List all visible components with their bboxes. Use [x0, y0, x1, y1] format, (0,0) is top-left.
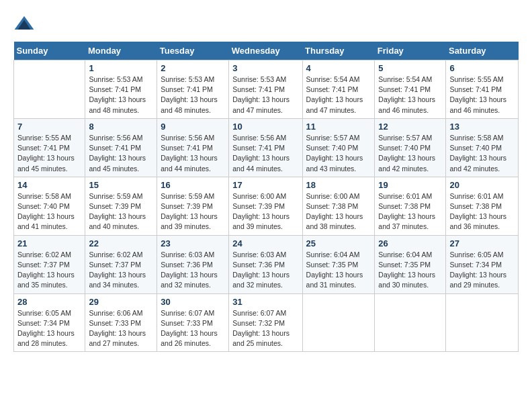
day-info: Sunrise: 5:55 AM Sunset: 7:41 PM Dayligh…	[449, 75, 515, 116]
week-row-3: 14Sunrise: 5:58 AM Sunset: 7:40 PM Dayli…	[14, 177, 519, 235]
day-info: Sunrise: 6:00 AM Sunset: 7:38 PM Dayligh…	[306, 191, 371, 232]
logo	[13, 13, 38, 35]
page-header	[13, 13, 519, 35]
day-number: 25	[306, 238, 371, 248]
week-row-4: 21Sunrise: 6:02 AM Sunset: 7:37 PM Dayli…	[14, 235, 519, 293]
calendar-cell: 24Sunrise: 6:03 AM Sunset: 7:36 PM Dayli…	[229, 235, 302, 293]
day-info: Sunrise: 5:57 AM Sunset: 7:40 PM Dayligh…	[378, 133, 442, 174]
calendar-body: 1Sunrise: 5:53 AM Sunset: 7:41 PM Daylig…	[14, 60, 519, 352]
calendar-cell: 26Sunrise: 6:04 AM Sunset: 7:35 PM Dayli…	[375, 235, 446, 293]
calendar-cell: 19Sunrise: 6:01 AM Sunset: 7:38 PM Dayli…	[375, 177, 446, 235]
day-info: Sunrise: 5:58 AM Sunset: 7:40 PM Dayligh…	[17, 191, 81, 232]
day-info: Sunrise: 6:06 AM Sunset: 7:33 PM Dayligh…	[89, 308, 153, 349]
calendar-cell: 29Sunrise: 6:06 AM Sunset: 7:33 PM Dayli…	[85, 293, 157, 352]
calendar-cell	[446, 293, 519, 352]
calendar-cell: 13Sunrise: 5:58 AM Sunset: 7:40 PM Dayli…	[446, 118, 519, 177]
week-row-1: 1Sunrise: 5:53 AM Sunset: 7:41 PM Daylig…	[14, 60, 519, 119]
day-number: 9	[161, 122, 225, 132]
calendar-cell: 20Sunrise: 6:01 AM Sunset: 7:38 PM Dayli…	[446, 177, 519, 235]
calendar-cell: 10Sunrise: 5:56 AM Sunset: 7:41 PM Dayli…	[229, 118, 302, 177]
calendar-cell: 28Sunrise: 6:05 AM Sunset: 7:34 PM Dayli…	[14, 293, 85, 352]
day-info: Sunrise: 5:54 AM Sunset: 7:41 PM Dayligh…	[306, 75, 371, 116]
calendar-cell	[302, 293, 375, 352]
day-number: 4	[306, 63, 371, 73]
calendar-cell: 17Sunrise: 6:00 AM Sunset: 7:39 PM Dayli…	[229, 177, 302, 235]
day-info: Sunrise: 6:04 AM Sunset: 7:35 PM Dayligh…	[378, 250, 442, 291]
calendar-cell: 9Sunrise: 5:56 AM Sunset: 7:41 PM Daylig…	[157, 118, 229, 177]
day-number: 20	[449, 180, 515, 190]
day-info: Sunrise: 6:07 AM Sunset: 7:32 PM Dayligh…	[232, 308, 298, 349]
day-number: 16	[161, 180, 225, 190]
day-number: 10	[232, 122, 298, 132]
calendar-cell: 21Sunrise: 6:02 AM Sunset: 7:37 PM Dayli…	[14, 235, 85, 293]
column-header-saturday: Saturday	[446, 42, 519, 60]
day-number: 13	[449, 122, 515, 132]
calendar-cell: 8Sunrise: 5:56 AM Sunset: 7:41 PM Daylig…	[85, 118, 157, 177]
calendar-cell: 11Sunrise: 5:57 AM Sunset: 7:40 PM Dayli…	[302, 118, 375, 177]
calendar-cell: 14Sunrise: 5:58 AM Sunset: 7:40 PM Dayli…	[14, 177, 85, 235]
week-row-2: 7Sunrise: 5:55 AM Sunset: 7:41 PM Daylig…	[14, 118, 519, 177]
calendar-cell: 15Sunrise: 5:59 AM Sunset: 7:39 PM Dayli…	[85, 177, 157, 235]
calendar-cell: 2Sunrise: 5:53 AM Sunset: 7:41 PM Daylig…	[157, 60, 229, 119]
day-info: Sunrise: 6:01 AM Sunset: 7:38 PM Dayligh…	[449, 191, 515, 232]
calendar-cell: 18Sunrise: 6:00 AM Sunset: 7:38 PM Dayli…	[302, 177, 375, 235]
header-row: SundayMondayTuesdayWednesdayThursdayFrid…	[14, 42, 519, 60]
day-info: Sunrise: 5:57 AM Sunset: 7:40 PM Dayligh…	[306, 133, 371, 174]
day-number: 22	[89, 238, 153, 248]
day-info: Sunrise: 5:54 AM Sunset: 7:41 PM Dayligh…	[378, 75, 442, 116]
column-header-tuesday: Tuesday	[157, 42, 229, 60]
column-header-wednesday: Wednesday	[229, 42, 302, 60]
day-number: 27	[449, 238, 515, 248]
calendar-cell: 3Sunrise: 5:53 AM Sunset: 7:41 PM Daylig…	[229, 60, 302, 119]
day-number: 28	[17, 297, 81, 307]
day-info: Sunrise: 6:03 AM Sunset: 7:36 PM Dayligh…	[232, 250, 298, 291]
day-info: Sunrise: 6:04 AM Sunset: 7:35 PM Dayligh…	[306, 250, 371, 291]
day-info: Sunrise: 6:01 AM Sunset: 7:38 PM Dayligh…	[378, 191, 442, 232]
calendar-cell: 30Sunrise: 6:07 AM Sunset: 7:33 PM Dayli…	[157, 293, 229, 352]
day-info: Sunrise: 6:02 AM Sunset: 7:37 PM Dayligh…	[17, 250, 81, 291]
day-info: Sunrise: 6:05 AM Sunset: 7:34 PM Dayligh…	[449, 250, 515, 291]
day-number: 17	[232, 180, 298, 190]
week-row-5: 28Sunrise: 6:05 AM Sunset: 7:34 PM Dayli…	[14, 293, 519, 352]
calendar-cell: 25Sunrise: 6:04 AM Sunset: 7:35 PM Dayli…	[302, 235, 375, 293]
day-number: 26	[378, 238, 442, 248]
day-number: 24	[232, 238, 298, 248]
day-info: Sunrise: 5:53 AM Sunset: 7:41 PM Dayligh…	[161, 75, 225, 116]
day-number: 3	[232, 63, 298, 73]
column-header-sunday: Sunday	[14, 42, 85, 60]
column-header-thursday: Thursday	[302, 42, 375, 60]
calendar-header: SundayMondayTuesdayWednesdayThursdayFrid…	[14, 42, 519, 60]
calendar-cell: 6Sunrise: 5:55 AM Sunset: 7:41 PM Daylig…	[446, 60, 519, 119]
day-number: 2	[161, 63, 225, 73]
day-number: 29	[89, 297, 153, 307]
calendar-cell: 5Sunrise: 5:54 AM Sunset: 7:41 PM Daylig…	[375, 60, 446, 119]
day-info: Sunrise: 5:59 AM Sunset: 7:39 PM Dayligh…	[89, 191, 153, 232]
calendar-cell: 12Sunrise: 5:57 AM Sunset: 7:40 PM Dayli…	[375, 118, 446, 177]
calendar-cell	[375, 293, 446, 352]
logo-icon	[13, 13, 35, 35]
day-number: 18	[306, 180, 371, 190]
day-info: Sunrise: 5:55 AM Sunset: 7:41 PM Dayligh…	[17, 133, 81, 174]
day-info: Sunrise: 6:03 AM Sunset: 7:36 PM Dayligh…	[161, 250, 225, 291]
day-number: 7	[17, 122, 81, 132]
day-info: Sunrise: 5:53 AM Sunset: 7:41 PM Dayligh…	[89, 75, 153, 116]
calendar-cell	[14, 60, 85, 119]
day-info: Sunrise: 5:56 AM Sunset: 7:41 PM Dayligh…	[161, 133, 225, 174]
calendar-cell: 27Sunrise: 6:05 AM Sunset: 7:34 PM Dayli…	[446, 235, 519, 293]
calendar-cell: 7Sunrise: 5:55 AM Sunset: 7:41 PM Daylig…	[14, 118, 85, 177]
column-header-monday: Monday	[85, 42, 157, 60]
day-number: 30	[161, 297, 225, 307]
day-number: 31	[232, 297, 298, 307]
day-info: Sunrise: 5:53 AM Sunset: 7:41 PM Dayligh…	[232, 75, 298, 116]
day-info: Sunrise: 5:56 AM Sunset: 7:41 PM Dayligh…	[89, 133, 153, 174]
day-info: Sunrise: 6:00 AM Sunset: 7:39 PM Dayligh…	[232, 191, 298, 232]
day-number: 15	[89, 180, 153, 190]
calendar-cell: 31Sunrise: 6:07 AM Sunset: 7:32 PM Dayli…	[229, 293, 302, 352]
calendar-cell: 22Sunrise: 6:02 AM Sunset: 7:37 PM Dayli…	[85, 235, 157, 293]
calendar-table: SundayMondayTuesdayWednesdayThursdayFrid…	[13, 42, 519, 352]
day-number: 5	[378, 63, 442, 73]
day-number: 11	[306, 122, 371, 132]
day-number: 21	[17, 238, 81, 248]
day-number: 12	[378, 122, 442, 132]
day-info: Sunrise: 5:59 AM Sunset: 7:39 PM Dayligh…	[161, 191, 225, 232]
